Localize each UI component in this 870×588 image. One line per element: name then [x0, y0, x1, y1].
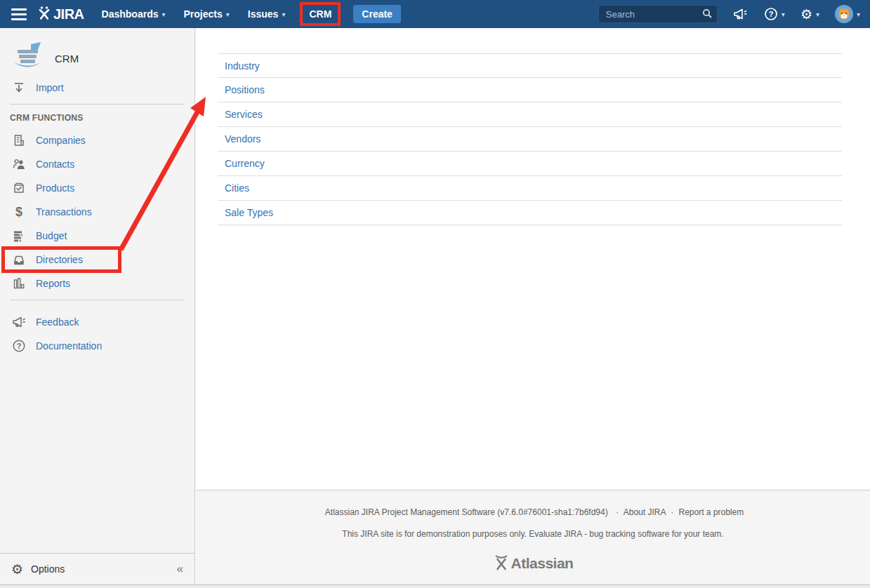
collapse-sidebar-icon[interactable]: « [177, 562, 183, 576]
caret-down-icon: ▾ [226, 11, 230, 18]
atlassian-mark-icon [493, 553, 510, 574]
sidebar-item-feedback[interactable]: Feedback [0, 310, 195, 334]
sidebar-item-label: Budget [36, 230, 67, 241]
table-row[interactable]: Positions [218, 78, 842, 102]
options-label: Options [31, 563, 65, 575]
sidebar-item-reports[interactable]: Reports [0, 272, 195, 295]
table-row[interactable]: Currency [218, 152, 842, 176]
crm-app-header: CRM [0, 41, 195, 76]
report-problem-link[interactable]: Report a problem [678, 507, 744, 517]
sidebar-item-label: Contacts [36, 159, 74, 170]
user-profile-menu[interactable]: ▾ [835, 5, 860, 23]
footer-demo-note: This JIRA site is for demonstration purp… [196, 529, 870, 539]
sidebar-divider [10, 104, 185, 105]
caret-down-icon: ▾ [282, 11, 285, 18]
sidebar-item-contacts[interactable]: Contacts [0, 152, 195, 176]
main-nav-menu: Dashboards ▾ Projects ▾ Issues ▾ CRM Cre… [93, 0, 401, 28]
search-icon[interactable] [702, 8, 713, 22]
budget-icon [11, 229, 27, 243]
sidebar-item-label: Documentation [36, 340, 102, 352]
page-footer: Atlassian JIRA Project Management Softwa… [196, 490, 870, 584]
caret-down-icon: ▾ [857, 11, 860, 18]
app-switcher-menu-icon[interactable] [11, 6, 27, 23]
nav-projects[interactable]: Projects ▾ [175, 0, 239, 28]
atlassian-logo-text: Atlassian [511, 555, 574, 572]
search-input[interactable] [598, 5, 718, 23]
sidebar-item-label: Directories [36, 254, 83, 265]
sidebar-item-label: Reports [36, 278, 70, 289]
table-row[interactable]: Industry [218, 53, 842, 78]
svg-text:$: $ [15, 205, 22, 219]
help-icon: ? [11, 339, 27, 353]
directories-icon [11, 253, 27, 267]
nav-right-section: ? ▾ ⚙ ▾ [598, 5, 860, 23]
sidebar-item-documentation[interactable]: ? Documentation [0, 334, 195, 358]
crm-functions-list: Companies Contacts [0, 128, 195, 295]
svg-text:?: ? [17, 342, 22, 350]
sidebar-item-directories[interactable]: Directories [0, 248, 195, 272]
directory-link-services[interactable]: Services [225, 109, 263, 120]
jira-crm-page: JIRA Dashboards ▾ Projects ▾ Issues ▾ CR… [0, 0, 870, 588]
reports-icon [11, 276, 27, 290]
crm-app-title: CRM [55, 53, 79, 65]
table-row[interactable]: Cities [218, 176, 842, 201]
nav-dashboards[interactable]: Dashboards ▾ [93, 0, 175, 28]
jira-brand-text: JIRA [53, 6, 84, 22]
crm-sidebar: CRM Import CRM FUNCTIONS [0, 28, 195, 584]
jira-mark-icon [38, 6, 51, 22]
directories-table: Industry Positions Services Vendors Curr… [218, 53, 842, 225]
jira-logo[interactable]: JIRA [38, 6, 84, 22]
sidebar-divider [10, 300, 185, 300]
main-content: Industry Positions Services Vendors Curr… [196, 28, 870, 584]
sidebar-item-companies[interactable]: Companies [0, 128, 195, 152]
footer-version-line: Atlassian JIRA Project Management Softwa… [196, 507, 870, 517]
about-jira-link[interactable]: About JIRA [624, 507, 666, 517]
sidebar-item-label: Products [36, 182, 74, 194]
sidebar-item-label: Feedback [36, 316, 79, 328]
directory-link-currency[interactable]: Currency [225, 158, 265, 169]
nav-issues[interactable]: Issues ▾ [239, 0, 295, 28]
atlassian-logo[interactable]: Atlassian [493, 553, 574, 574]
feedback-megaphone-icon[interactable] [733, 7, 749, 21]
nav-crm-highlighted[interactable]: CRM [300, 2, 341, 26]
table-row[interactable]: Services [218, 102, 842, 127]
sidebar-item-products[interactable]: Products [0, 176, 195, 200]
directory-link-vendors[interactable]: Vendors [225, 133, 261, 145]
help-menu[interactable]: ? ▾ [764, 7, 785, 21]
directory-link-industry[interactable]: Industry [225, 60, 260, 72]
create-button[interactable]: Create [353, 5, 401, 23]
sidebar-item-transactions[interactable]: $ Transactions [0, 200, 195, 224]
avatar [835, 5, 853, 23]
directory-link-cities[interactable]: Cities [225, 182, 249, 194]
import-icon [11, 81, 27, 95]
companies-icon [11, 133, 27, 147]
help-icon: ? [764, 7, 778, 21]
sidebar-item-import[interactable]: Import [0, 76, 195, 100]
footer-separator: · [616, 507, 619, 517]
sidebar-item-label: Companies [36, 135, 86, 146]
sidebar-item-label: Transactions [36, 206, 92, 218]
directory-link-positions[interactable]: Positions [225, 84, 265, 95]
crm-functions-header: CRM FUNCTIONS [10, 113, 195, 123]
bottom-scrollbar-strip[interactable] [0, 584, 870, 588]
gear-icon: ⚙ [11, 563, 23, 576]
options-bar[interactable]: ⚙ Options « [0, 553, 195, 584]
footer-separator: · [671, 507, 673, 517]
crm-logo-icon [10, 41, 45, 75]
sidebar-item-budget[interactable]: Budget [0, 224, 195, 248]
directory-link-sale-types[interactable]: Sale Types [225, 207, 273, 218]
caret-down-icon: ▾ [816, 11, 819, 18]
top-navigation-bar: JIRA Dashboards ▾ Projects ▾ Issues ▾ CR… [0, 0, 870, 28]
footer-software-info: Atlassian JIRA Project Management Softwa… [325, 507, 608, 517]
search-box [598, 5, 718, 23]
contacts-icon [11, 157, 27, 171]
gear-icon: ⚙ [800, 8, 812, 21]
megaphone-icon [11, 315, 27, 329]
caret-down-icon: ▾ [162, 11, 166, 18]
transactions-icon: $ [11, 205, 27, 219]
admin-settings-menu[interactable]: ⚙ ▾ [800, 8, 819, 21]
sidebar-secondary-list: Feedback ? Documentation [0, 310, 195, 358]
products-icon [11, 181, 27, 195]
table-row[interactable]: Sale Types [218, 201, 842, 225]
table-row[interactable]: Vendors [218, 127, 842, 152]
